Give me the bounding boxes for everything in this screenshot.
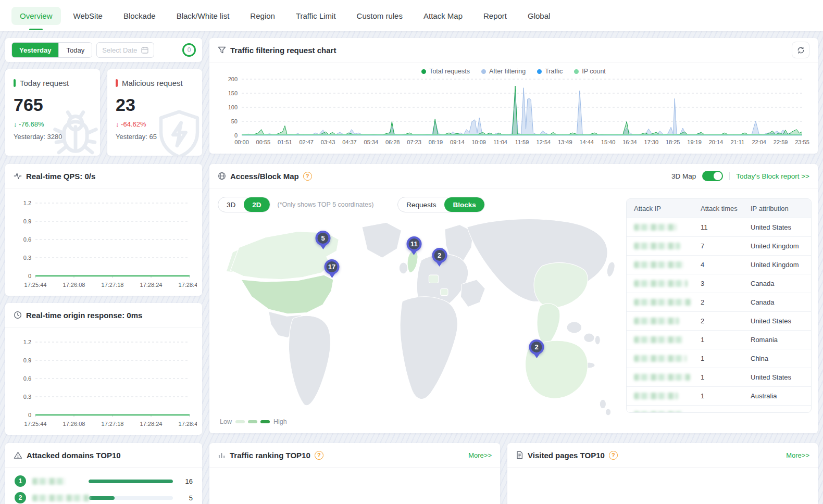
legend-item[interactable]: IP count [574,68,606,75]
ip-attribution: United States [751,223,804,231]
traffic-ranking-card: Traffic ranking TOP10 ? More>> [209,443,500,504]
redacted-domain [32,495,90,501]
traffic-ranking-title: Traffic ranking TOP10 [230,451,310,460]
date-range-segment: Yesterday Today [11,42,92,58]
map-pin[interactable]: 17 [325,259,340,281]
map-pin-tail [320,245,326,253]
map-pin[interactable]: 11 [406,236,421,258]
nav-tab-overview[interactable]: Overview [11,7,61,25]
legend-item[interactable]: Traffic [537,68,563,75]
select-date-field[interactable]: Select Date [96,42,154,58]
todays-block-report-link[interactable]: Today's Block report >> [736,172,809,180]
visited-pages-help-icon[interactable]: ? [609,451,618,460]
svg-text:20:14: 20:14 [709,139,724,145]
svg-text:0: 0 [28,273,31,279]
redacted-attack-ip [634,374,690,381]
top-nav: OverviewWebSiteBlockadeBlack/White listR… [0,0,823,31]
map-mode-segment: 3D2D [218,197,270,212]
visited-pages-more-link[interactable]: More>> [786,451,809,459]
attack-times: 1 [701,336,751,344]
ip-attribution: Canada [751,298,804,306]
redacted-attack-ip [634,280,688,287]
nav-tab-blockade[interactable]: Blockade [115,7,164,25]
svg-text:12:54: 12:54 [537,139,551,145]
globe-icon [218,172,226,180]
map-pin-tail [411,250,417,258]
svg-text:11:04: 11:04 [493,139,507,145]
map-filter-blocks[interactable]: Blocks [444,197,484,212]
map-help-icon[interactable]: ? [303,172,312,181]
redacted-attack-ip [634,393,678,399]
svg-text:05:34: 05:34 [364,139,379,145]
qps-title: Real-time QPS: 0/s [26,172,95,181]
svg-text:17:28:41: 17:28:41 [179,421,197,427]
nav-tab-report[interactable]: Report [475,7,515,25]
svg-text:11:59: 11:59 [515,139,529,145]
traffic-filtering-chart[interactable]: 05010015020000:0000:5501:5102:4703:4304:… [217,76,810,147]
stat-label: Malicious request [116,79,194,87]
divider [729,172,730,180]
map-pin[interactable]: 2 [432,248,447,270]
nav-tab-attack-map[interactable]: Attack Map [415,7,471,25]
map-filter-segment: RequestsBlocks [397,197,484,212]
attack-table-row: 1Romania [627,330,811,349]
attacked-domains-list: 11625 [5,468,202,504]
redacted-attack-ip [634,224,677,231]
map-pin-value: 5 [316,231,331,246]
traffic-chart-title: Traffic filtering request chart [230,46,336,55]
legend-item[interactable]: Total requests [421,68,470,75]
svg-text:50: 50 [231,118,238,124]
origin-response-chart[interactable]: 00.30.60.91.217:25:4417:26:0817:27:1817:… [10,335,197,429]
svg-text:17:27:18: 17:27:18 [102,421,124,427]
visited-pages-title: Visited pages TOP10 [528,451,605,460]
bar-chart-icon [218,451,226,459]
attack-table-row: 1Australia [627,386,811,405]
nav-tab-global[interactable]: Global [519,7,558,25]
redacted-attack-ip [634,243,680,249]
svg-text:06:28: 06:28 [385,139,400,145]
nav-tab-region[interactable]: Region [242,7,283,25]
qps-chart[interactable]: 00.30.60.91.217:25:4417:26:0817:27:1817:… [10,196,197,289]
map-mode-3d[interactable]: 3D [218,197,244,212]
attack-times: 2 [701,317,751,325]
calendar-icon [141,46,148,54]
attack-table-row: 1China [627,349,811,368]
3d-map-toggle[interactable] [702,171,723,181]
nav-tab-custom-rules[interactable]: Custom rules [348,7,411,25]
map-pin[interactable]: 5 [316,231,331,253]
traffic-ranking-help-icon[interactable]: ? [315,451,323,460]
nav-tab-traffic-limit[interactable]: Traffic Limit [288,7,344,25]
svg-text:03:43: 03:43 [321,139,335,145]
svg-text:02:47: 02:47 [299,139,314,145]
warning-triangle-icon [14,451,22,460]
refresh-countdown-badge[interactable]: 0 [182,43,196,57]
redacted-attack-ip [634,411,682,413]
today-button[interactable]: Today [58,43,92,57]
nav-tab-website[interactable]: WebSite [65,7,111,25]
svg-text:22:59: 22:59 [774,139,788,145]
attack-table-row: 1Germany [627,405,811,413]
map-pin[interactable]: 2 [529,339,544,361]
traffic-ranking-more-link[interactable]: More>> [468,451,492,459]
ip-attribution: United Kingdom [751,242,804,250]
map-filter-requests[interactable]: Requests [398,197,444,212]
svg-text:0.9: 0.9 [23,218,31,224]
svg-text:00:55: 00:55 [256,139,271,145]
domain-attack-count: 16 [179,477,193,485]
redacted-attack-ip [634,299,691,306]
yesterday-button[interactable]: Yesterday [12,43,58,57]
map-mode-2d[interactable]: 2D [244,197,269,212]
world-map[interactable]: 5171122 [218,216,621,415]
legend-item[interactable]: After filtering [481,68,526,75]
ip-attribution: China [751,355,804,362]
svg-text:1.2: 1.2 [23,200,31,206]
refresh-button[interactable] [792,42,809,58]
svg-text:17:26:08: 17:26:08 [63,421,85,427]
nav-tab-black-white-list[interactable]: Black/White list [168,7,238,25]
today-request-card: Today request 765 ↓ -76.68% Yesterday: 3… [5,69,100,156]
map-pin-tail [329,273,335,281]
visited-pages-card: Visited pages TOP10 ? More>> [507,443,818,504]
activity-icon [14,172,22,180]
rank-badge: 1 [15,475,26,487]
svg-text:21:11: 21:11 [730,139,744,145]
